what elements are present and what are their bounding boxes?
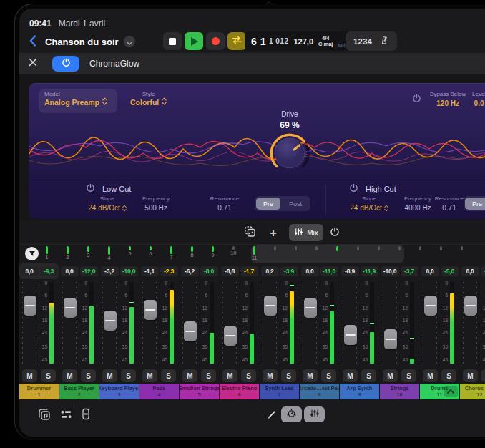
lcd-display[interactable]: 6 1 1 012 127,0 4/4 C maj MIDI xyxy=(245,31,355,51)
minimap-channel[interactable]: 11 xyxy=(244,245,265,263)
peak-value[interactable]: -5,0 xyxy=(441,266,459,276)
minimap-channel[interactable]: 7 xyxy=(161,245,182,263)
count-in-button[interactable]: 1234 xyxy=(353,37,372,46)
solo-button[interactable]: S xyxy=(281,369,296,382)
minimap-channel[interactable]: 6 xyxy=(140,245,161,263)
peak-value[interactable]: -2,3 xyxy=(160,266,178,276)
peak-value[interactable]: -1,7 xyxy=(240,266,258,276)
volume-fader[interactable] xyxy=(64,298,77,318)
solo-button[interactable]: S xyxy=(81,369,96,382)
mute-button[interactable]: M xyxy=(22,369,37,382)
bypass-value[interactable]: 120 Hz xyxy=(436,99,459,107)
post-button[interactable]: Post xyxy=(282,198,309,210)
browser-button[interactable] xyxy=(57,406,75,424)
track-name-label[interactable]: Electric Piano6 xyxy=(220,384,259,399)
volume-fader[interactable] xyxy=(224,326,237,346)
track-name-label[interactable]: Keyboard Player3 xyxy=(99,384,139,399)
volume-fader[interactable] xyxy=(264,296,277,316)
minimap-channel[interactable]: 4 xyxy=(99,245,119,263)
high-cut-power-button[interactable] xyxy=(349,183,358,195)
minimap-channel[interactable] xyxy=(368,245,389,263)
volume-fader[interactable] xyxy=(384,329,397,349)
resonance-value[interactable]: 0.71 xyxy=(442,204,456,212)
bypass-power-button[interactable] xyxy=(412,94,421,105)
minimap-channel[interactable] xyxy=(389,245,410,263)
volume-value[interactable]: -10,0 xyxy=(381,266,399,276)
drive-knob[interactable] xyxy=(268,132,311,177)
slope-value[interactable]: 24 dB/Oct xyxy=(88,204,126,212)
mixer-view-button[interactable] xyxy=(304,406,325,422)
volume-fader[interactable] xyxy=(424,296,437,316)
solo-button[interactable]: S xyxy=(41,369,56,382)
volume-value[interactable]: -8,8 xyxy=(221,266,239,276)
volume-fader[interactable] xyxy=(104,311,117,331)
minimap-channel[interactable]: 9 xyxy=(202,245,223,263)
volume-value[interactable]: -3,2 xyxy=(101,266,119,276)
solo-button[interactable]: S xyxy=(361,369,376,382)
low-cut-power-button[interactable] xyxy=(86,183,95,195)
track-name-label[interactable]: Emotion Strings5 xyxy=(180,384,219,399)
volume-value[interactable]: 0,0 xyxy=(61,266,79,276)
track-name-label[interactable]: Chorus Voc12 xyxy=(460,384,485,399)
minimap-channel[interactable] xyxy=(265,245,285,263)
volume-value[interactable]: 0,0 xyxy=(421,266,439,276)
mute-button[interactable]: M xyxy=(182,369,197,382)
add-track-button[interactable]: + xyxy=(267,224,280,241)
slope-value[interactable]: 24 dB/Oct xyxy=(350,204,388,212)
plugin-close-button[interactable] xyxy=(24,54,42,73)
peak-value[interactable]: -9,3 xyxy=(40,266,58,276)
song-menu-button[interactable] xyxy=(124,36,135,47)
minimap-channel[interactable]: 2 xyxy=(57,245,78,263)
minimap-channel[interactable] xyxy=(285,245,306,263)
minimap-channel[interactable]: 3 xyxy=(78,245,99,263)
track-name-label[interactable]: Bass Player2 xyxy=(59,384,99,399)
pre-button[interactable]: Pre xyxy=(465,198,485,210)
level-value[interactable]: 0.0 xyxy=(474,99,484,107)
minimap-channel[interactable]: 5 xyxy=(119,245,140,263)
play-button[interactable] xyxy=(185,32,203,50)
mix-view-button[interactable]: Mix xyxy=(289,224,323,241)
mute-button[interactable]: M xyxy=(102,369,117,382)
mute-button[interactable]: M xyxy=(303,369,318,382)
volume-fader[interactable] xyxy=(184,321,197,341)
peak-value[interactable]: -3,9 xyxy=(280,266,298,276)
mute-button[interactable]: M xyxy=(142,369,157,382)
minimap-channel[interactable]: 8 xyxy=(182,245,202,263)
mute-button[interactable]: M xyxy=(62,369,77,382)
edit-button[interactable] xyxy=(263,406,281,424)
track-name-label[interactable]: Pads4 xyxy=(139,384,179,399)
mute-button[interactable]: M xyxy=(263,369,278,382)
mute-button[interactable]: M xyxy=(463,369,478,382)
track-name-label[interactable]: Drummer1 xyxy=(19,384,59,399)
smart-controls-button[interactable] xyxy=(281,406,302,422)
minimap-channel[interactable] xyxy=(410,245,431,263)
volume-value[interactable]: 0,2 xyxy=(261,266,279,276)
peak-value[interactable]: -11,9 xyxy=(361,266,378,276)
peak-value[interactable]: -6,0 xyxy=(481,266,485,276)
mute-button[interactable]: M xyxy=(343,369,358,382)
track-name-label[interactable]: Strings10 xyxy=(380,384,419,399)
record-button[interactable] xyxy=(206,32,225,50)
solo-button[interactable]: S xyxy=(321,369,336,382)
metronome-icon[interactable] xyxy=(379,35,389,48)
volume-fader[interactable] xyxy=(304,298,317,318)
back-button[interactable] xyxy=(24,32,42,51)
volume-value[interactable]: 0,0 xyxy=(301,266,319,276)
frequency-value[interactable]: 500 Hz xyxy=(144,204,167,212)
mixer-power-button[interactable] xyxy=(327,224,343,241)
volume-fader[interactable] xyxy=(464,296,477,316)
track-name-label[interactable]: Drums11 xyxy=(420,384,459,399)
channel-controls-button[interactable] xyxy=(77,406,95,424)
mute-button[interactable]: M xyxy=(383,369,398,382)
minimap-channel[interactable] xyxy=(451,245,472,263)
solo-button[interactable]: S xyxy=(441,369,456,382)
model-selector[interactable]: Model Analog Preamp xyxy=(39,89,117,113)
volume-value[interactable]: -6,2 xyxy=(181,266,199,276)
style-selector[interactable]: Style Colorful xyxy=(130,91,167,107)
solo-button[interactable]: S xyxy=(201,369,216,382)
minimap-channel[interactable] xyxy=(306,245,327,263)
volume-fader[interactable] xyxy=(344,325,357,345)
resonance-value[interactable]: 0.71 xyxy=(217,204,231,212)
solo-button[interactable]: S xyxy=(481,369,485,382)
track-name-label[interactable]: Arp Synth9 xyxy=(340,384,379,399)
